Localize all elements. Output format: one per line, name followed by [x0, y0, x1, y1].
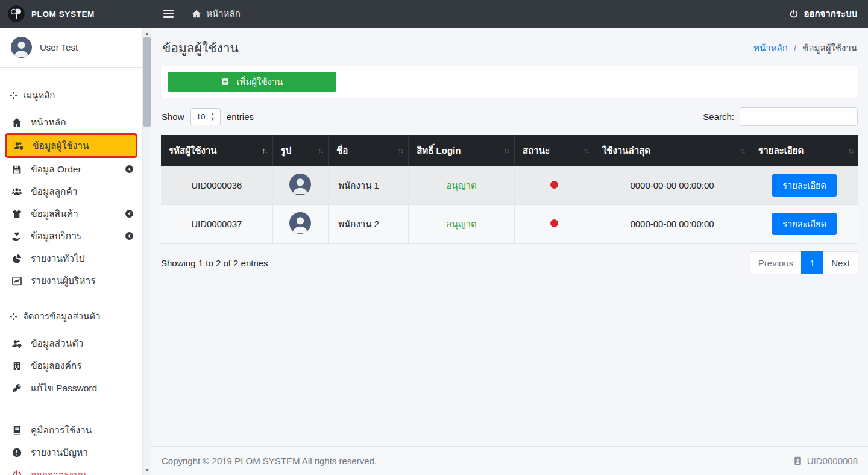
id-badge-icon	[793, 456, 803, 466]
content: ข้อมูลผู้ใช้งาน หน้าหลัก / ข้อมูลผู้ใช้ง…	[151, 28, 868, 446]
entries-label: entries	[227, 112, 254, 122]
sort-icon: ↑↓	[583, 146, 588, 155]
column-header-name[interactable]: ชื่อ↑↓	[329, 135, 409, 166]
pagination-page-1-button[interactable]: 1	[801, 251, 823, 274]
sort-icon: ↑↓	[740, 146, 745, 155]
column-header-login-permission[interactable]: สิทธิ์ Login↑↓	[409, 135, 515, 166]
home-icon	[11, 117, 23, 128]
scroll-down-icon[interactable]: ▼	[143, 465, 151, 474]
table-info: Showing 1 to 2 of 2 entries	[161, 258, 268, 268]
sidebar-item-products[interactable]: ข้อมูลสินค้า	[5, 203, 137, 225]
detail-button[interactable]: รายละเอียด	[772, 213, 837, 235]
power-icon	[789, 9, 799, 19]
sidebar: PLOM SYSTEM User Test เมนูหลัก หน้าหลัก	[0, 0, 151, 475]
user-id-cell: UID0000037	[161, 205, 272, 244]
search-input[interactable]	[740, 107, 858, 126]
detail-cell: รายละเอียด	[750, 205, 858, 244]
pagination-next-button[interactable]: Next	[823, 251, 858, 274]
sidebar-item-executive-report[interactable]: รายงานผู้บริหาร	[5, 269, 137, 292]
detail-button[interactable]: รายละเอียด	[772, 174, 837, 197]
sort-icon: ↑↓	[318, 146, 323, 155]
table-row: UID0000036 พนักงาน 1 อนุญาต 0000-00-00 0…	[161, 166, 858, 205]
main-area: หน้าหลัก ออกจากระบบ ข้อมูลผู้ใช้งาน หน้า…	[151, 0, 868, 475]
user-panel: User Test	[0, 28, 142, 68]
sidebar-item-home[interactable]: หน้าหลัก	[5, 111, 137, 133]
sidebar-item-report-problem[interactable]: รายงานปัญหา	[5, 441, 137, 464]
power-icon	[11, 470, 23, 475]
stepper-arrows-icon: ▲▼	[211, 112, 215, 121]
nav-section-header: จัดการข้อมูลส่วนตัว	[5, 304, 137, 332]
breadcrumb-home-link[interactable]: หน้าหลัก	[753, 43, 788, 53]
save-icon	[11, 164, 23, 175]
chevron-circle-left-icon	[125, 209, 134, 218]
building-icon	[11, 360, 23, 371]
key-icon	[11, 383, 23, 394]
sidebar-item-orders[interactable]: ข้อมูล Order	[5, 158, 137, 180]
breadcrumb-current: ข้อมูลผู้ใช้งาน	[802, 43, 857, 53]
sidebar-item-edit-password[interactable]: แก้ไข Password	[5, 377, 137, 399]
home-icon	[192, 9, 201, 19]
user-id-cell: UID0000036	[161, 166, 272, 205]
column-header-detail[interactable]: รายละเอียด↑↓	[750, 135, 858, 166]
show-label: Show	[162, 112, 184, 122]
nav-section-header: เมนูหลัก	[5, 83, 137, 111]
sort-icon: ↑↓	[262, 146, 267, 155]
column-header-user-id[interactable]: รหัสผู้ใช้งาน↑↓	[161, 135, 272, 166]
user-photo-icon	[289, 212, 311, 234]
sidebar-scrollbar[interactable]: ▲ ▼	[142, 28, 151, 475]
column-header-status[interactable]: สถานะ↑↓	[515, 135, 594, 166]
breadcrumb-separator: /	[794, 43, 796, 53]
sidebar-body: User Test เมนูหลัก หน้าหลัก ข้อมูลผู้ใช้…	[0, 28, 151, 475]
sidebar-item-user-manual[interactable]: คู่มือการใช้งาน	[5, 419, 137, 441]
users-icon	[11, 186, 23, 197]
sidebar-nav: เมนูหลัก หน้าหลัก ข้อมูลผู้ใช้งาน ข้อมูล…	[0, 68, 142, 475]
top-navbar: หน้าหลัก ออกจากระบบ	[151, 0, 868, 28]
sidebar-item-organization[interactable]: ข้อมูลองค์กร	[5, 354, 137, 377]
book-icon	[11, 425, 23, 436]
plom-logo-icon	[7, 5, 25, 23]
column-header-photo[interactable]: รูป↑↓	[272, 135, 329, 166]
pagination-previous-button[interactable]: Previous	[750, 251, 802, 274]
users-gear-icon	[11, 338, 23, 349]
alert-circle-icon	[11, 447, 23, 458]
sidebar-item-customers[interactable]: ข้อมูลลูกค้า	[5, 180, 137, 203]
scroll-up-icon[interactable]: ▲	[143, 29, 151, 37]
sidebar-item-users[interactable]: ข้อมูลผู้ใช้งาน	[5, 133, 137, 158]
footer-user-id: UID0000008	[793, 456, 858, 466]
table-controls: Show 10 ▲▼ entries Search:	[161, 107, 858, 126]
column-header-last-active[interactable]: ใช้งานล่าสุด↑↓	[594, 135, 750, 166]
page-size-select[interactable]: 10 ▲▼	[190, 108, 221, 125]
last-active-cell: 0000-00-00 00:00:00	[594, 205, 750, 244]
table-row: UID0000037 พนักงาน 2 อนุญาต 0000-00-00 0…	[161, 205, 858, 244]
user-avatar[interactable]	[11, 37, 32, 58]
app-window: PLOM SYSTEM User Test เมนูหลัก หน้าหลัก	[0, 0, 868, 475]
last-active-cell: 0000-00-00 00:00:00	[594, 166, 750, 205]
user-photo-icon	[289, 174, 311, 195]
navbar-home-link[interactable]: หน้าหลัก	[192, 7, 241, 21]
detail-cell: รายละเอียด	[750, 166, 858, 205]
login-permission-cell: อนุญาต	[409, 166, 515, 205]
navbar-logout-button[interactable]: ออกจากระบบ	[789, 7, 857, 21]
plus-square-icon	[221, 77, 230, 86]
brand-title: PLOM SYSTEM	[31, 10, 95, 19]
hamburger-menu-icon[interactable]	[162, 7, 175, 20]
user-name-cell: พนักงาน 1	[329, 166, 409, 205]
status-dot-icon	[550, 219, 558, 227]
sidebar-item-services[interactable]: ข้อมูลบริการ	[5, 225, 137, 247]
chevron-circle-left-icon	[125, 165, 134, 174]
user-name-cell: พนักงาน 2	[329, 205, 409, 244]
line-chart-icon	[11, 275, 23, 286]
sidebar-item-logout[interactable]: ออกจากระบบ	[5, 464, 137, 475]
status-cell	[515, 166, 594, 205]
diamond-icon	[10, 92, 17, 99]
brand[interactable]: PLOM SYSTEM	[0, 0, 151, 28]
chevron-circle-left-icon	[125, 231, 134, 241]
search-label: Search:	[703, 112, 734, 122]
sidebar-item-personal-info[interactable]: ข้อมูลส่วนตัว	[5, 332, 137, 354]
tshirt-icon	[11, 209, 23, 219]
users-gear-icon	[13, 140, 25, 151]
add-user-button[interactable]: เพิ่มผู้ใช้งาน	[168, 72, 336, 92]
user-photo-cell	[272, 166, 329, 205]
scrollbar-thumb[interactable]	[143, 37, 151, 127]
sidebar-item-general-report[interactable]: รายงานทั่วไป	[5, 247, 137, 269]
